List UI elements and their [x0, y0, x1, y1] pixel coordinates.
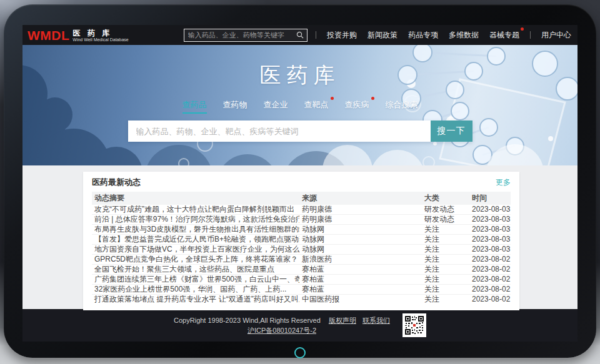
news-row[interactable]: 布局再生皮肤与3D皮肤模型，磐升生物推出具有活性细胞群的组织工程皮肤产品 动脉网… [92, 225, 511, 235]
hero-tab[interactable]: 查药品 [182, 99, 207, 114]
news-category: 研发动态 [422, 205, 469, 215]
search-icon[interactable] [296, 31, 304, 39]
hero-tab[interactable]: 查靶点 [304, 99, 329, 114]
nav-divider [316, 31, 316, 39]
icp-license-link[interactable]: 沪ICP备08010247号-2 [248, 327, 316, 334]
device-mockup: WMDL 医 药 库 Wind Well Medical Database [0, 0, 600, 364]
nav-item[interactable]: 多维数据 [449, 30, 479, 41]
news-row[interactable]: 攻克“不可成药”难题，这十大特点让靶向蛋白降解剂脱颖而出 药明康德 研发动态 2… [92, 205, 511, 215]
news-category: 关注 [422, 255, 469, 265]
red-badge-dot [521, 27, 524, 31]
news-source: 新浪医药 [299, 255, 422, 265]
news-time: 2023-08-03 [469, 235, 511, 245]
hero-search-tabs: 查药品 查药物 查企业 [22, 99, 578, 114]
hero-tab-label: 查靶点 [304, 100, 329, 109]
nav-item-label: 药品专项 [408, 31, 438, 39]
news-source: 动脉网 [299, 235, 422, 245]
news-summary[interactable]: 广药集团连续第三年上榜《财富》世界500强，白云山中一、奇星高质量发展开新局 [92, 275, 299, 285]
news-source: 赛柏蓝 [299, 265, 422, 275]
news-time: 2023-08-03 [469, 225, 511, 235]
browser-page: WMDL 医 药 库 Wind Well Medical Database [22, 25, 578, 342]
news-time: 2023-08-02 [469, 265, 511, 275]
more-link[interactable]: 更多 [496, 177, 511, 188]
logo-abbr: WMDL [28, 29, 69, 42]
news-table: 动态摘要 来源 大类 时间 攻克“不可成药”难题，这十大特点让靶向蛋白降解剂脱颖… [92, 192, 511, 304]
news-row[interactable]: GPRC5D靶点竞争白热化，全球巨头齐上阵，终将花落谁家？ 新浪医药 关注 20… [92, 255, 511, 265]
red-badge-dot [331, 97, 334, 100]
site-logo[interactable]: WMDL 医 药 库 Wind Well Medical Database [28, 29, 129, 42]
news-source: 中国医药报 [299, 295, 422, 305]
nav-item-label: 多维数据 [449, 31, 479, 39]
news-row[interactable]: 广药集团连续第三年上榜《财富》世界500强，白云山中一、奇星高质量发展开新局 赛… [92, 275, 511, 285]
hero-tab[interactable]: 查药物 [223, 99, 248, 114]
news-summary[interactable]: 打通政策落地堵点 提升药店专业水平 让“双通道”药店叫好又叫座 [92, 295, 299, 305]
news-row[interactable]: 【首发】爱思益普完成近亿元人民币B+轮融资，领跑靶点驱动药物发现CRO一体化服务… [92, 235, 511, 245]
qr-code [402, 313, 426, 337]
top-header-bar: WMDL 医 药 库 Wind Well Medical Database [22, 25, 578, 45]
news-summary[interactable]: 前沿 | 总体应答率97%！治疗阿尔茨海默病，这款活性免疫治疗疫苗研究结果积极 [92, 215, 299, 225]
page-footer: CopyRight 1998-2023 Wind,All Rights Rese… [22, 309, 578, 342]
news-time: 2023-08-03 [469, 205, 511, 215]
news-source: 赛柏蓝 [299, 275, 422, 285]
news-time: 2023-08-02 [469, 285, 511, 295]
news-section-title: 医药最新动态 [92, 177, 141, 188]
header-nav: 投资并购 新闻政策 药品专项 [316, 30, 571, 41]
footer-link[interactable]: 版权声明 [329, 317, 356, 324]
news-time: 2023-08-02 [469, 275, 511, 285]
nav-item[interactable]: 器械专题 [489, 30, 519, 41]
nav-item-user-center[interactable]: 用户中心 [541, 30, 571, 41]
nav-item-label: 投资并购 [327, 31, 357, 39]
news-summary[interactable]: 32家医药企业上榜世界500强，华润、国药、广药、上药... [92, 285, 299, 295]
news-category: 关注 [422, 265, 469, 275]
nav-item-label: 器械专题 [489, 31, 519, 39]
hero-tab-label: 查企业 [264, 100, 288, 109]
search-submit-button[interactable]: 搜一下 [431, 121, 472, 142]
news-row[interactable]: 前沿 | 总体应答率97%！治疗阿尔茨海默病，这款活性免疫治疗疫苗研究结果积极 … [92, 215, 511, 225]
news-summary[interactable]: GPRC5D靶点竞争白热化，全球巨头齐上阵，终将花落谁家？ [92, 255, 299, 265]
news-summary[interactable]: 全国飞检开始！聚焦三大领域，这些药品、医院是重点 [92, 265, 299, 275]
col-header-source: 来源 [299, 192, 422, 205]
hero-title: 医药库 [22, 61, 578, 90]
news-category: 关注 [422, 295, 469, 305]
nav-item[interactable]: 药品专项 [408, 30, 438, 41]
news-summary[interactable]: 布局再生皮肤与3D皮肤模型，磐升生物推出具有活性细胞群的组织工程皮肤产品 [92, 225, 299, 235]
news-category: 关注 [422, 285, 469, 295]
nav-item-label: 新闻政策 [368, 31, 398, 39]
news-category: 关注 [422, 235, 469, 245]
news-summary[interactable]: 攻克“不可成药”难题，这十大特点让靶向蛋白降解剂脱颖而出 [92, 205, 299, 215]
news-source: 药明康德 [299, 215, 422, 225]
news-source: 动脉网 [299, 225, 422, 235]
news-summary[interactable]: 地方国资亲自下场做VC，半年投资上百家医疗企业，为何这么拼？ [92, 245, 299, 255]
news-row[interactable]: 32家医药企业上榜世界500强，华润、国药、广药、上药... 赛柏蓝 关注 20… [92, 285, 511, 295]
logo-title-cn: 医 药 库 [72, 29, 128, 37]
hero-tab[interactable]: 综合搜索 [386, 99, 418, 114]
news-category: 关注 [422, 245, 469, 255]
header-search-box[interactable] [184, 29, 308, 42]
news-category: 关注 [422, 225, 469, 235]
col-header-category: 大类 [422, 192, 469, 205]
hero-search-bar: 搜一下 [128, 121, 472, 142]
hero-tab[interactable]: 查疾病 [345, 99, 369, 114]
news-time: 2023-08-02 [469, 295, 511, 305]
hero-tab-label: 查疾病 [345, 100, 369, 109]
news-row[interactable]: 地方国资亲自下场做VC，半年投资上百家医疗企业，为何这么拼？ 动脉网 关注 20… [92, 245, 511, 255]
hero-search-input[interactable] [128, 121, 431, 142]
nav-item[interactable]: 投资并购 [327, 30, 357, 41]
news-category: 研发动态 [422, 215, 469, 225]
news-source: 动脉网 [299, 245, 422, 255]
hero-tab[interactable]: 查企业 [264, 99, 288, 114]
hero-banner: 医药库 查药品 查药物 [22, 45, 578, 165]
news-row[interactable]: 打通政策落地堵点 提升药店专业水平 让“双通道”药店叫好又叫座 中国医药报 关注… [92, 295, 511, 305]
red-badge-dot [371, 97, 374, 100]
nav-item[interactable]: 新闻政策 [368, 30, 398, 41]
footer-link[interactable]: 联系我们 [362, 317, 390, 324]
hero-tab-label: 综合搜索 [386, 100, 418, 109]
news-summary[interactable]: 【首发】爱思益普完成近亿元人民币B+轮融资，领跑靶点驱动药物发现CRO一体化服务 [92, 235, 299, 245]
news-table-header-row: 动态摘要 来源 大类 时间 [92, 192, 511, 205]
header-search-input[interactable] [184, 31, 296, 39]
hero-tab-label: 查药物 [223, 100, 248, 109]
news-time: 2023-08-03 [469, 215, 511, 225]
home-button[interactable] [294, 347, 306, 358]
hero-tab-label: 查药品 [182, 100, 207, 109]
news-row[interactable]: 全国飞检开始！聚焦三大领域，这些药品、医院是重点 赛柏蓝 关注 2023-08-… [92, 265, 511, 275]
